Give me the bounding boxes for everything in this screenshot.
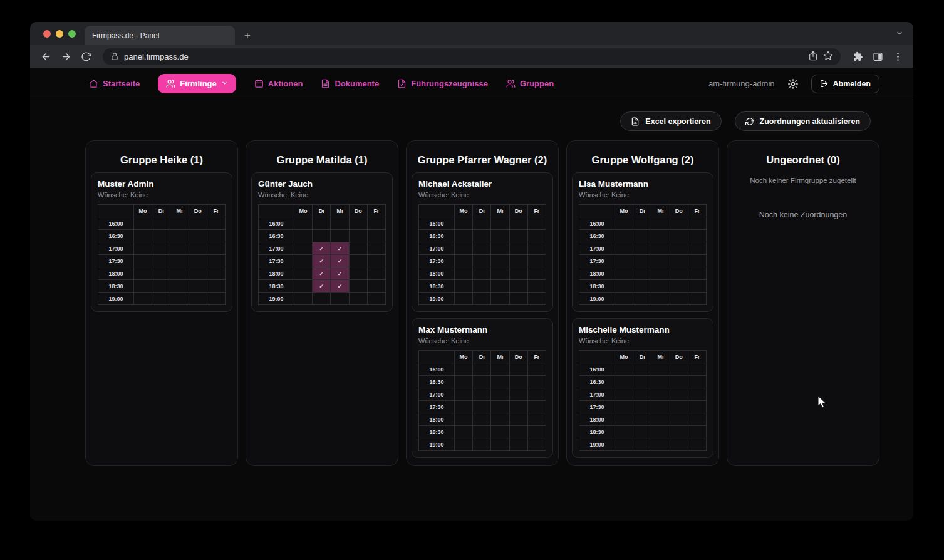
nav-item-startseite[interactable]: Startseite bbox=[89, 79, 140, 88]
member-wishes: Wünsche: Keine bbox=[579, 191, 707, 199]
extensions-puzzle-icon[interactable] bbox=[849, 48, 866, 65]
schedule-cell bbox=[688, 426, 706, 438]
schedule-cell bbox=[454, 280, 472, 293]
schedule-time-label: 19:00 bbox=[419, 293, 455, 305]
browser-toolbar: panel.firmpass.de bbox=[30, 45, 913, 68]
schedule-row: 16:00 bbox=[579, 217, 707, 230]
schedule-corner-cell bbox=[419, 205, 455, 217]
member-card[interactable]: Günter JauchWünsche: KeineMoDiMiDoFr16:0… bbox=[251, 172, 393, 312]
spreadsheet-icon bbox=[631, 117, 640, 126]
logout-button[interactable]: Abmelden bbox=[811, 75, 879, 93]
schedule-cell bbox=[688, 280, 706, 293]
bookmark-star-icon[interactable] bbox=[823, 51, 833, 63]
new-tab-button[interactable]: + bbox=[235, 30, 251, 45]
member-name: Max Mustermann bbox=[418, 325, 546, 334]
schedule-corner-cell bbox=[259, 205, 294, 217]
member-wishes: Wünsche: Keine bbox=[258, 191, 386, 199]
schedule-row: 17:30 bbox=[419, 255, 546, 267]
schedule-cell bbox=[454, 363, 472, 376]
schedule-cell bbox=[454, 230, 472, 242]
minimize-window-button[interactable] bbox=[56, 30, 63, 38]
close-window-button[interactable] bbox=[43, 30, 51, 38]
schedule-cell bbox=[670, 255, 688, 267]
schedule-cell bbox=[454, 293, 472, 305]
reload-icon[interactable] bbox=[78, 48, 94, 65]
schedule-time-label: 16:30 bbox=[259, 230, 294, 242]
theme-toggle-sun-icon[interactable] bbox=[788, 79, 798, 89]
nav-item-fuehrungszeugnisse[interactable]: Führungszeugnisse bbox=[397, 79, 488, 88]
schedule-cell bbox=[170, 280, 189, 293]
schedule-cell bbox=[651, 401, 670, 413]
schedule-cell bbox=[331, 217, 349, 230]
member-card[interactable]: Lisa MustermannWünsche: KeineMoDiMiDoFr1… bbox=[572, 172, 713, 312]
schedule-cell bbox=[527, 438, 546, 451]
nav-item-gruppen[interactable]: Gruppen bbox=[506, 79, 554, 88]
refresh-assignments-button[interactable]: Zuordnungen aktualisieren bbox=[735, 111, 871, 131]
forward-icon[interactable] bbox=[58, 48, 74, 65]
schedule-cell bbox=[473, 363, 491, 376]
schedule-row: 17:00 bbox=[419, 242, 546, 255]
schedule-day-header: Mi bbox=[651, 351, 670, 363]
schedule-cell bbox=[651, 293, 670, 305]
schedule-table: MoDiMiDoFr16:0016:3017:0017:3018:0018:30… bbox=[579, 350, 707, 451]
schedule-time-label: 19:00 bbox=[579, 293, 615, 305]
nav-item-dokumente[interactable]: Dokumente bbox=[321, 79, 379, 88]
schedule-cell bbox=[170, 293, 189, 305]
schedule-time-label: 18:30 bbox=[419, 426, 455, 438]
schedule-cell bbox=[651, 280, 670, 293]
tab-search-chevron-icon[interactable] bbox=[896, 28, 903, 39]
schedule-cell bbox=[670, 426, 688, 438]
users-icon bbox=[506, 79, 516, 88]
schedule-day-header: Mi bbox=[491, 205, 509, 217]
share-icon[interactable] bbox=[808, 51, 818, 63]
nav-item-aktionen[interactable]: Aktionen bbox=[254, 79, 303, 88]
schedule-day-header: Mo bbox=[615, 351, 633, 363]
export-excel-button[interactable]: Excel exportieren bbox=[620, 111, 721, 131]
schedule-cell bbox=[133, 255, 152, 267]
schedule-cell-checked: ✓ bbox=[331, 280, 349, 293]
nav-item-firmlinge[interactable]: Firmlinge bbox=[158, 74, 236, 93]
schedule-cell bbox=[207, 267, 225, 280]
member-card[interactable]: Mischelle MustermannWünsche: KeineMoDiMi… bbox=[572, 318, 713, 458]
member-card[interactable]: Muster AdminWünsche: KeineMoDiMiDoFr16:0… bbox=[91, 172, 232, 312]
browser-menu-kebab-icon[interactable] bbox=[890, 48, 906, 65]
schedule-cell bbox=[651, 426, 670, 438]
schedule-row: 18:30 bbox=[579, 280, 707, 293]
zoom-window-button[interactable] bbox=[68, 30, 76, 38]
schedule-cell bbox=[367, 267, 385, 280]
schedule-cell bbox=[527, 426, 546, 438]
sidebar-toggle-icon[interactable] bbox=[869, 48, 886, 65]
schedule-day-header: Mo bbox=[454, 351, 472, 363]
schedule-cell bbox=[473, 376, 491, 388]
schedule-cell bbox=[633, 401, 651, 413]
schedule-cell bbox=[688, 217, 706, 230]
schedule-row: 19:00 bbox=[579, 293, 707, 305]
schedule-cell bbox=[454, 413, 472, 426]
schedule-cell bbox=[454, 426, 472, 438]
schedule-day-header: Di bbox=[633, 205, 651, 217]
member-card[interactable]: Michael AckstallerWünsche: KeineMoDiMiDo… bbox=[412, 172, 553, 312]
schedule-row: 16:30 bbox=[419, 376, 546, 388]
schedule-cell bbox=[294, 280, 312, 293]
document-icon bbox=[321, 79, 330, 88]
url-bar[interactable]: panel.firmpass.de bbox=[103, 48, 841, 65]
browser-tab[interactable]: Firmpass.de - Panel bbox=[85, 26, 235, 45]
schedule-cell bbox=[615, 388, 633, 401]
group-title: Gruppe Wolfgang (2) bbox=[572, 146, 713, 172]
member-card[interactable]: Max MustermannWünsche: KeineMoDiMiDoFr16… bbox=[412, 318, 553, 458]
schedule-row: 18:30 bbox=[419, 280, 546, 293]
schedule-time-label: 16:30 bbox=[419, 230, 455, 242]
schedule-table: MoDiMiDoFr16:0016:3017:0017:3018:0018:30… bbox=[98, 204, 226, 305]
schedule-time-label: 18:00 bbox=[98, 267, 134, 280]
username-label: am-firmung-admin bbox=[708, 79, 774, 88]
schedule-row: 17:30 bbox=[579, 401, 707, 413]
schedule-row: 17:00 bbox=[579, 388, 707, 401]
schedule-cell bbox=[473, 267, 491, 280]
schedule-cell bbox=[170, 217, 189, 230]
schedule-cell bbox=[491, 376, 509, 388]
schedule-cell bbox=[294, 242, 312, 255]
back-icon[interactable] bbox=[38, 48, 54, 65]
schedule-cell bbox=[688, 230, 706, 242]
schedule-cell bbox=[152, 267, 170, 280]
schedule-time-label: 18:30 bbox=[419, 280, 455, 293]
